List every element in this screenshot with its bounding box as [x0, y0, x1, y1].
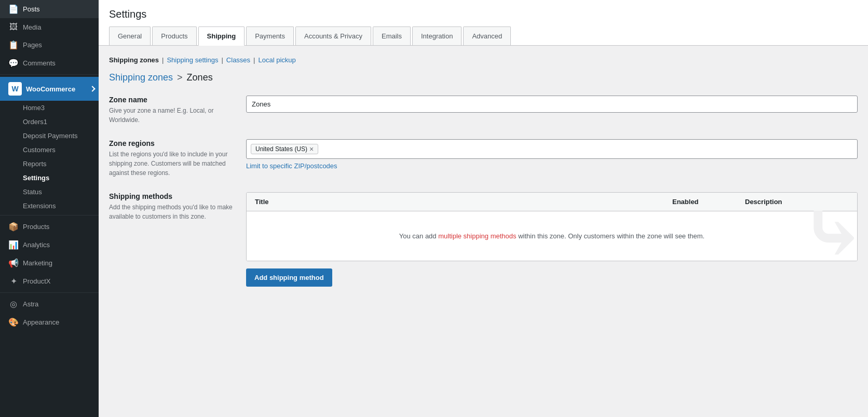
submenu-settings-label: Settings	[23, 174, 49, 182]
tab-products[interactable]: Products	[152, 26, 196, 45]
productx-icon: ✦	[8, 276, 19, 286]
subnav-shipping-zones[interactable]: Shipping zones	[109, 56, 159, 64]
empty-text-suffix: within this zone. Only customers within …	[517, 232, 705, 240]
pages-icon: 📋	[8, 40, 19, 50]
breadcrumb: Shipping zones > Zones	[109, 72, 858, 83]
submenu-deposit-label: Deposit Payments	[23, 132, 78, 140]
methods-table-header: Title Enabled Description	[247, 193, 857, 211]
main-content: Settings General Products Shipping Payme…	[99, 0, 868, 417]
zone-regions-input[interactable]: United States (US) ×	[246, 139, 858, 159]
sidebar-item-posts[interactable]: 📄 Posts	[0, 0, 99, 18]
tab-integration[interactable]: Integration	[412, 26, 462, 45]
submenu-home-label: Home	[23, 104, 41, 112]
sidebar-item-label: Posts	[23, 5, 40, 13]
breadcrumb-separator: >	[177, 72, 183, 83]
shipping-methods-field-col: Title Enabled Description You can add mu…	[246, 192, 858, 287]
submenu-customers-label: Customers	[23, 146, 56, 154]
limit-zip-link[interactable]: Limit to specific ZIP/postcodes	[246, 162, 337, 170]
col-description: Description	[745, 198, 849, 206]
appearance-icon: 🎨	[8, 317, 19, 327]
sidebar-item-pages[interactable]: 📋 Pages	[0, 36, 99, 54]
astra-icon: ◎	[8, 299, 19, 309]
submenu-status[interactable]: Status	[0, 185, 99, 199]
submenu-orders-label: Orders	[23, 118, 44, 126]
woo-logo-icon: W	[8, 82, 22, 96]
tab-shipping[interactable]: Shipping	[198, 26, 245, 46]
sidebar-item-comments[interactable]: 💬 Comments	[0, 54, 99, 72]
sidebar-item-media[interactable]: 🖼 Media	[0, 18, 99, 36]
settings-tabs: General Products Shipping Payments Accou…	[109, 26, 858, 45]
zone-name-label: Zone name	[109, 96, 234, 104]
sidebar-item-marketing[interactable]: 📢 Marketing	[0, 254, 99, 272]
submenu-orders[interactable]: Orders 1	[0, 115, 99, 129]
marketing-icon: 📢	[8, 258, 19, 268]
submenu-extensions[interactable]: Extensions	[0, 199, 99, 213]
subnav: Shipping zones | Shipping settings | Cla…	[109, 56, 858, 64]
sidebar-item-productx[interactable]: ✦ ProductX	[0, 272, 99, 290]
col-title: Title	[255, 198, 672, 206]
submenu-reports[interactable]: Reports	[0, 157, 99, 171]
tab-general[interactable]: General	[109, 26, 151, 45]
sidebar-item-astra[interactable]: ◎ Astra	[0, 295, 99, 313]
submenu-customers[interactable]: Customers	[0, 143, 99, 157]
col-enabled: Enabled	[672, 198, 745, 206]
region-tag-remove[interactable]: ×	[309, 145, 314, 153]
zone-name-description: Give your zone a name! E.g. Local, or Wo…	[109, 106, 234, 125]
tab-emails[interactable]: Emails	[373, 26, 411, 45]
zone-regions-label-col: Zone regions List the regions you'd like…	[109, 139, 234, 178]
region-tag-label: United States (US)	[255, 145, 307, 153]
zone-regions-section: Zone regions List the regions you'd like…	[109, 139, 858, 178]
products-icon: 📦	[8, 222, 19, 232]
add-shipping-method-button[interactable]: Add shipping method	[246, 268, 332, 287]
region-tag-us: United States (US) ×	[251, 144, 318, 154]
page-title: Settings	[109, 8, 858, 20]
sidebar-products-label: Products	[23, 223, 49, 231]
content-area: Shipping zones | Shipping settings | Cla…	[99, 46, 868, 312]
shipping-methods-section: Shipping methods Add the shipping method…	[109, 192, 858, 287]
posts-icon: 📄	[8, 4, 19, 14]
sidebar-analytics-label: Analytics	[23, 241, 50, 249]
zone-regions-label: Zone regions	[109, 139, 234, 147]
submenu-reports-label: Reports	[23, 160, 47, 168]
methods-empty-state: You can add multiple shipping methods wi…	[247, 211, 857, 261]
shipping-methods-label-col: Shipping methods Add the shipping method…	[109, 192, 234, 287]
page-header: Settings General Products Shipping Payme…	[99, 0, 868, 46]
subnav-classes[interactable]: Classes	[226, 56, 250, 64]
breadcrumb-current: Zones	[187, 72, 213, 83]
zone-name-field-col	[246, 96, 858, 125]
shipping-methods-table: Title Enabled Description You can add mu…	[246, 192, 858, 261]
tab-payments[interactable]: Payments	[246, 26, 294, 45]
home-badge: 3	[41, 104, 45, 112]
submenu-home[interactable]: Home 3	[0, 101, 99, 115]
sidebar-item-label: Pages	[23, 41, 42, 49]
submenu-settings[interactable]: Settings	[0, 171, 99, 185]
zone-name-label-col: Zone name Give your zone a name! E.g. Lo…	[109, 96, 234, 125]
sidebar-item-label: Media	[23, 23, 41, 31]
empty-text-prefix: You can add	[399, 232, 438, 240]
submenu-extensions-label: Extensions	[23, 202, 56, 210]
tab-advanced[interactable]: Advanced	[463, 26, 511, 45]
sidebar-item-analytics[interactable]: 📊 Analytics	[0, 236, 99, 254]
subnav-local-pickup[interactable]: Local pickup	[259, 56, 296, 64]
sidebar-item-products[interactable]: 📦 Products	[0, 218, 99, 236]
orders-badge: 1	[44, 118, 47, 126]
zone-regions-description: List the regions you'd like to include i…	[109, 150, 234, 178]
subnav-shipping-settings[interactable]: Shipping settings	[167, 56, 218, 64]
tab-accounts-privacy[interactable]: Accounts & Privacy	[295, 26, 371, 45]
zone-regions-field-col: United States (US) × Limit to specific Z…	[246, 139, 858, 178]
analytics-icon: 📊	[8, 240, 19, 250]
media-icon: 🖼	[8, 22, 19, 32]
woocommerce-menu-header[interactable]: W WooCommerce	[0, 77, 99, 101]
submenu-status-label: Status	[23, 188, 42, 196]
submenu-deposit-payments[interactable]: Deposit Payments	[0, 129, 99, 143]
zone-name-section: Zone name Give your zone a name! E.g. Lo…	[109, 96, 858, 125]
breadcrumb-link[interactable]: Shipping zones	[109, 72, 173, 83]
woo-label: WooCommerce	[26, 85, 75, 93]
sidebar-marketing-label: Marketing	[23, 259, 52, 267]
shipping-methods-label: Shipping methods	[109, 192, 234, 200]
sidebar-appearance-label: Appearance	[23, 318, 59, 326]
zone-name-input[interactable]	[246, 96, 858, 113]
sidebar-item-appearance[interactable]: 🎨 Appearance	[0, 313, 99, 331]
comments-icon: 💬	[8, 58, 19, 68]
sidebar-productx-label: ProductX	[23, 277, 50, 285]
